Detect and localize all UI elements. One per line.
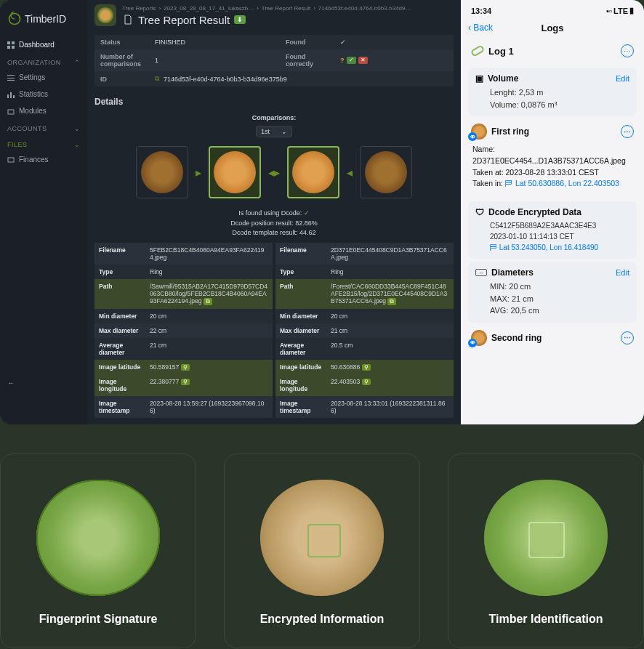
map-icon[interactable]: ⚲ xyxy=(362,364,371,371)
dcode-summary: Is found using Dcode: ✓ Dcode position r… xyxy=(87,207,461,240)
map-icon[interactable]: ⚲ xyxy=(362,379,371,385)
details-table-right: Filename2D371E0EC445408C9D1A3B75371ACC6A… xyxy=(275,243,454,418)
nav-header-accounts[interactable]: ACCOUNTS ⌄ xyxy=(0,119,87,135)
found-value: ✓ xyxy=(334,35,454,49)
brand-text: TimberID xyxy=(25,13,66,25)
log-icon xyxy=(470,44,486,57)
id-label: ID xyxy=(94,71,149,86)
svg-rect-8 xyxy=(7,94,9,98)
sidebar: TimberID Dashboard ORGANIZATION ⌃ Settin… xyxy=(0,0,87,424)
copy-icon[interactable]: ⧉ xyxy=(155,75,159,83)
copy-icon[interactable]: ⧉ xyxy=(204,298,212,305)
mark-correct-button[interactable]: ✓ xyxy=(347,57,356,64)
nav-header-organization[interactable]: ORGANIZATION ⌃ xyxy=(0,53,87,69)
svg-rect-6 xyxy=(7,78,15,78)
signal-icon: ▪▫ xyxy=(606,7,612,15)
svg-rect-5 xyxy=(7,75,15,76)
ring-location-link[interactable]: Lat 50.630886, Lon 22.403503 xyxy=(515,179,619,188)
ring-name: Name: 2D371E0EC4454...D1A3B75371ACC6A.jp… xyxy=(472,144,632,167)
screen-title: Logs xyxy=(461,23,644,33)
svg-rect-9 xyxy=(10,92,12,98)
more-button[interactable]: ⋯ xyxy=(621,331,634,344)
thumbnail[interactable] xyxy=(360,146,412,198)
collapse-sidebar-button[interactable]: ← xyxy=(0,371,87,394)
brand: TimberID xyxy=(0,6,87,36)
diameters-card: ↔ Diameters Edit MIN: 20 cm MAX: 21 cm A… xyxy=(468,262,637,323)
crumb[interactable]: Tree Report Result xyxy=(262,5,310,12)
nav-statistics[interactable]: Statistics xyxy=(0,86,87,102)
map-icon[interactable]: ⚲ xyxy=(181,364,190,371)
details-table-left: Filename5FEB2CB18C4B4060A94EA93FA6224194… xyxy=(94,243,273,418)
identification-graphic xyxy=(484,480,608,596)
map-pin-icon: ⛿ xyxy=(505,179,513,188)
thumbnail-selected[interactable] xyxy=(287,146,339,198)
dcode-location-link[interactable]: Lat 53.243050, Lon 16.418490 xyxy=(499,243,598,251)
volume-card: ▣ Volume Edit Lenght: 2,53 m Volume: 0,0… xyxy=(468,68,637,116)
question-icon: ? xyxy=(340,57,345,64)
org-badge[interactable] xyxy=(94,4,116,26)
download-button[interactable]: ⬇ xyxy=(234,15,246,24)
encrypted-graphic xyxy=(260,480,384,596)
feature-title: Encrypted Information xyxy=(260,613,385,626)
nav-dashboard[interactable]: Dashboard xyxy=(0,36,87,53)
shield-icon: 🛡 xyxy=(475,207,484,217)
svg-rect-7 xyxy=(7,80,15,81)
nav-finances[interactable]: Finances xyxy=(0,151,87,168)
thumbnail[interactable] xyxy=(136,146,188,198)
nav-modules[interactable]: Modules xyxy=(0,102,87,119)
edit-button[interactable]: Edit xyxy=(616,268,629,277)
nav-header-files[interactable]: FILES ⌄ xyxy=(0,135,87,151)
first-ring-header: 👁 First ring ⋯ Name: 2D371E0EC4454...D1A… xyxy=(468,119,637,198)
more-button[interactable]: ⋯ xyxy=(621,44,634,57)
crumb: 7146d53f-e40d-4764-b0b3-b34d9… xyxy=(318,5,411,12)
copy-icon[interactable]: ⧉ xyxy=(387,298,396,305)
volume-value: Volume: 0,0876 m³ xyxy=(490,99,629,111)
sliders-icon xyxy=(7,74,15,81)
edit-button[interactable]: Edit xyxy=(616,74,629,83)
status-value: FINISHED xyxy=(149,35,280,49)
feature-title: Fingerprint Signature xyxy=(39,613,158,626)
comparison-selector[interactable]: 1st ⌄ xyxy=(256,126,292,137)
svg-rect-12 xyxy=(8,158,14,162)
arrow-left-icon: ◂ xyxy=(347,166,353,180)
network-label: LTE xyxy=(613,7,628,15)
breadcrumb: Tree Reports› 2023_08_28_08_17_41_lukasz… xyxy=(87,0,461,31)
battery-icon: ▮ xyxy=(629,6,634,15)
feature-fingerprint: Fingerprint Signature xyxy=(0,454,196,648)
arrow-exchange-icon: ◂▸ xyxy=(268,166,280,180)
dcode-card: 🛡 Dcode Encrypted Data C5412F5B689A2E3AA… xyxy=(468,201,637,259)
more-button[interactable]: ⋯ xyxy=(621,125,634,138)
mark-incorrect-button[interactable]: ✕ xyxy=(358,57,368,64)
mobile-statusbar: 13:34 ▪▫ LTE ▮ xyxy=(461,0,644,18)
dcode-id: C5412F5B689A2E3AAAC3E4E3 xyxy=(490,220,629,231)
thumbnail-selected[interactable] xyxy=(209,146,261,198)
arrow-right-icon: ▸ xyxy=(196,166,201,180)
diameter-icon: ↔ xyxy=(475,269,487,276)
chevron-down-icon: ⌄ xyxy=(281,128,287,135)
fingerprint-graphic xyxy=(36,480,160,596)
log-title: Log 1 xyxy=(488,46,514,57)
feature-title: Timber Identification xyxy=(488,613,603,626)
num-comparisons-value: 1 xyxy=(149,49,280,71)
chart-icon xyxy=(7,91,15,98)
crumb[interactable]: Tree Reports xyxy=(122,5,156,12)
second-ring-header: 👁 Second ring ⋯ xyxy=(468,326,637,350)
modules-icon xyxy=(7,108,15,115)
diameter-min: MIN: 20 cm xyxy=(490,281,629,293)
nav-settings[interactable]: Settings xyxy=(0,69,87,86)
chevron-down-icon: ⌄ xyxy=(74,141,81,148)
svg-rect-10 xyxy=(13,95,15,98)
chevron-up-icon: ⌃ xyxy=(74,59,81,66)
status-table: Status FINISHED Found ✓ Number of compar… xyxy=(94,35,454,86)
diameter-max: MAX: 21 cm xyxy=(490,293,629,305)
num-comparisons-label: Number of comparisons xyxy=(94,49,149,71)
svg-rect-3 xyxy=(7,46,10,49)
id-value: 7146d53f-e40d-4764-b0b3-b34d96e375b9 xyxy=(164,76,287,83)
map-icon[interactable]: ⚲ xyxy=(181,379,190,385)
log-header: Log 1 ⋯ xyxy=(468,37,637,65)
crumb[interactable]: 2023_08_28_08_17_41_lukaszb… xyxy=(164,5,254,12)
grid-icon xyxy=(7,41,15,49)
feature-row: Fingerprint Signature Encrypted Informat… xyxy=(0,424,644,648)
svg-rect-2 xyxy=(12,41,15,44)
mobile-screen: 13:34 ▪▫ LTE ▮ ‹ Back Logs Log 1 ⋯ ▣ Vol… xyxy=(461,0,644,424)
